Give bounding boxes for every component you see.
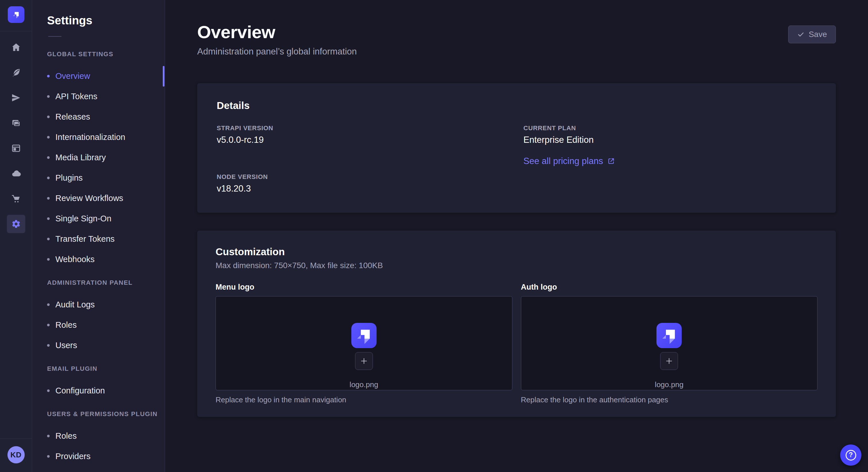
dot-icon: [47, 177, 50, 179]
save-button[interactable]: Save: [788, 26, 836, 43]
menu-logo-section: Menu logo logo.png: [216, 283, 513, 404]
subnav-item-label: Roles: [55, 431, 76, 441]
plus-icon: [665, 357, 673, 365]
plus-icon: [360, 357, 368, 365]
subnav-item-media-library[interactable]: Media Library: [32, 147, 165, 168]
strapi-version-field: STRAPI VERSION v5.0.0-rc.19: [217, 125, 510, 145]
field-value: v18.20.3: [217, 183, 510, 194]
details-left-column: STRAPI VERSION v5.0.0-rc.19 NODE VERSION…: [217, 125, 510, 194]
strapi-logo[interactable]: [8, 6, 24, 23]
external-link-icon: [607, 157, 615, 165]
rail-bottom: KD: [0, 438, 32, 472]
strapi-admin-settings-page: { "colors": { "primary": "#4945ff", "pri…: [0, 0, 868, 472]
subnav-section-label: USERS & PERMISSIONS PLUGIN: [47, 410, 165, 418]
strapi-logo-mark: [656, 323, 682, 348]
subnav-sections: GLOBAL SETTINGSOverviewAPI TokensRelease…: [32, 50, 165, 467]
dot-icon: [47, 136, 50, 138]
field-label: CURRENT PLAN: [524, 125, 817, 132]
dot-icon: [47, 303, 50, 306]
subnav-item-label: Users: [55, 341, 77, 350]
menu-logo-filename: logo.png: [350, 380, 378, 389]
dot-icon: [47, 258, 50, 261]
subnav-item-label: Releases: [55, 112, 90, 122]
subnav-item-users[interactable]: Users: [32, 335, 165, 356]
media-library-icon[interactable]: [7, 114, 25, 132]
dot-icon: [47, 197, 50, 200]
subnav-item-roles[interactable]: Roles: [32, 315, 165, 335]
page-header: Overview Administration panel’s global i…: [197, 0, 836, 57]
current-plan-field: CURRENT PLAN Enterprise Edition: [524, 125, 817, 145]
auth-logo-add-button[interactable]: [660, 352, 678, 370]
dot-icon: [47, 217, 50, 220]
menu-logo-caption: Replace the logo in the main navigation: [216, 396, 513, 404]
marketplace-cart-icon[interactable]: [7, 190, 25, 208]
field-value: Enterprise Edition: [524, 135, 817, 145]
page-subtitle: Administration panel’s global informatio…: [197, 46, 836, 57]
settings-gear-icon[interactable]: [7, 215, 25, 233]
subnav-item-overview[interactable]: Overview: [32, 66, 165, 86]
field-value: v5.0.0-rc.19: [217, 135, 510, 145]
dot-icon: [47, 156, 50, 159]
subnav-item-single-sign-on[interactable]: Single Sign-On: [32, 208, 165, 229]
layout-icon[interactable]: [7, 139, 25, 158]
home-icon[interactable]: [7, 38, 25, 57]
details-grid: STRAPI VERSION v5.0.0-rc.19 NODE VERSION…: [217, 125, 816, 194]
subnav-item-label: Providers: [55, 452, 91, 461]
subnav-title: Settings: [47, 14, 165, 27]
subnav-item-review-workflows[interactable]: Review Workflows: [32, 188, 165, 208]
avatar[interactable]: KD: [7, 446, 25, 463]
details-heading: Details: [217, 100, 816, 111]
page-title: Overview: [197, 22, 836, 42]
subnav-title-divider: [48, 36, 61, 37]
dot-icon: [47, 390, 50, 392]
check-icon: [797, 31, 805, 38]
subnav-item-list: Configuration: [32, 380, 165, 401]
paper-plane-icon[interactable]: [7, 89, 25, 107]
main-nav-rail: KD: [0, 0, 32, 472]
logo-grid: Menu logo logo.png: [216, 283, 817, 404]
subnav-item-api-tokens[interactable]: API Tokens: [32, 86, 165, 107]
cloud-icon[interactable]: [7, 164, 25, 183]
auth-logo-filename: logo.png: [655, 380, 683, 389]
save-button-label: Save: [809, 30, 827, 39]
subnav-item-transfer-tokens[interactable]: Transfer Tokens: [32, 229, 165, 249]
feather-icon[interactable]: [7, 63, 25, 82]
subnav-item-configuration[interactable]: Configuration: [32, 380, 165, 401]
subnav-item-internationalization[interactable]: Internationalization: [32, 127, 165, 147]
subnav-item-plugins[interactable]: Plugins: [32, 168, 165, 188]
subnav-item-releases[interactable]: Releases: [32, 107, 165, 127]
subnav-item-providers[interactable]: Providers: [32, 446, 165, 467]
field-label: NODE VERSION: [217, 173, 510, 181]
dot-icon: [47, 95, 50, 98]
pricing-plans-link-label: See all pricing plans: [524, 156, 603, 166]
dot-icon: [47, 75, 50, 77]
subnav-item-audit-logs[interactable]: Audit Logs: [32, 295, 165, 315]
subnav-item-list: RolesProviders: [32, 426, 165, 467]
subnav-item-label: Roles: [55, 320, 76, 330]
subnav-section-label: EMAIL PLUGIN: [47, 365, 165, 372]
question-mark-glyph: ?: [849, 451, 853, 459]
field-label: STRAPI VERSION: [217, 125, 510, 132]
subnav-item-webhooks[interactable]: Webhooks: [32, 249, 165, 270]
subnav-item-label: Plugins: [55, 173, 83, 183]
menu-logo-upload-box[interactable]: logo.png: [216, 296, 513, 390]
dot-icon: [47, 435, 50, 437]
menu-logo-add-button[interactable]: [355, 352, 373, 370]
details-right-column: CURRENT PLAN Enterprise Edition See all …: [524, 125, 817, 194]
strapi-logo-mark: [351, 323, 377, 348]
auth-logo-upload-box[interactable]: logo.png: [521, 296, 818, 390]
dot-icon: [47, 324, 50, 326]
details-card: Details STRAPI VERSION v5.0.0-rc.19 NODE…: [197, 83, 836, 213]
auth-logo-caption: Replace the logo in the authentication p…: [521, 396, 818, 404]
help-button[interactable]: ?: [840, 444, 861, 466]
subnav-item-roles[interactable]: Roles: [32, 426, 165, 446]
pricing-plans-link[interactable]: See all pricing plans: [524, 156, 615, 166]
subnav-section: USERS & PERMISSIONS PLUGINRolesProviders: [32, 410, 165, 467]
subnav-item-label: API Tokens: [55, 92, 97, 101]
menu-logo-preview: [351, 323, 377, 348]
subnav-item-label: Webhooks: [55, 255, 95, 264]
menu-logo-label: Menu logo: [216, 283, 513, 292]
subnav-section-label: GLOBAL SETTINGS: [47, 50, 165, 58]
subnav-section: EMAIL PLUGINConfiguration: [32, 365, 165, 401]
subnav-item-label: Media Library: [55, 153, 106, 162]
